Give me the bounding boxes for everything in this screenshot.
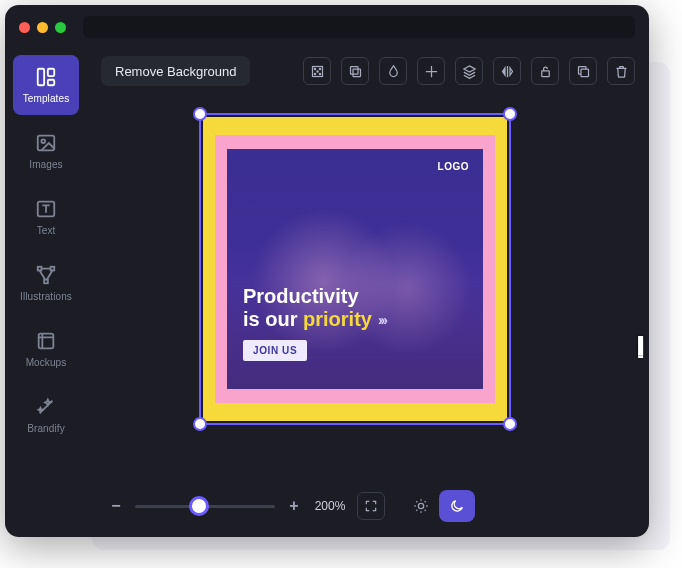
flip-h-icon <box>500 64 515 79</box>
svg-point-11 <box>314 68 315 69</box>
svg-rect-9 <box>39 334 54 349</box>
zoom-slider-knob[interactable] <box>189 496 209 516</box>
fullscreen-button[interactable] <box>357 492 385 520</box>
grab-cursor-icon: ╻╻╻╻╹╹╹╹ <box>631 331 649 363</box>
sidebar-item-illustrations[interactable]: Illustrations <box>13 253 79 313</box>
zoom-out-button[interactable]: − <box>107 497 125 515</box>
canvas[interactable]: LOGO Productivity is our priority››› JOI… <box>87 93 649 483</box>
top-toolbar: Remove Background <box>87 49 649 93</box>
svg-point-13 <box>314 73 315 74</box>
sidebar-label: Images <box>29 159 62 170</box>
layers-button[interactable] <box>455 57 483 85</box>
light-mode-button[interactable] <box>403 490 439 522</box>
sidebar-item-images[interactable]: Images <box>13 121 79 181</box>
zoom-slider[interactable] <box>135 497 275 515</box>
brandify-icon <box>35 396 57 418</box>
fill-icon <box>386 64 401 79</box>
remove-background-button[interactable]: Remove Background <box>101 56 250 86</box>
zoom-value: 200% <box>313 499 347 513</box>
flip-h-button[interactable] <box>493 57 521 85</box>
grid-icon <box>424 64 439 79</box>
svg-rect-2 <box>48 80 54 86</box>
templates-icon <box>35 66 57 88</box>
sidebar-item-text[interactable]: Text <box>13 187 79 247</box>
duplicate-icon <box>348 64 363 79</box>
zoom-in-button[interactable]: + <box>285 497 303 515</box>
grid-button[interactable] <box>417 57 445 85</box>
sidebar-item-mockups[interactable]: Mockups <box>13 319 79 379</box>
sidebar-label: Text <box>37 225 56 236</box>
footer-bar: − + 200% <box>87 483 649 537</box>
titlebar-strip <box>83 16 635 38</box>
svg-rect-6 <box>38 267 42 271</box>
svg-rect-17 <box>350 66 358 74</box>
dark-mode-button[interactable] <box>439 490 475 522</box>
sidebar-item-templates[interactable]: Templates <box>13 55 79 115</box>
fullscreen-icon <box>364 499 378 513</box>
fill-button[interactable] <box>379 57 407 85</box>
svg-rect-19 <box>581 69 589 77</box>
svg-rect-0 <box>38 69 44 86</box>
sidebar-label: Templates <box>23 93 69 104</box>
selection-handle-tr[interactable] <box>503 107 517 121</box>
mockups-icon <box>35 330 57 352</box>
cta-button: JOIN US <box>243 340 307 361</box>
arrows-icon: ››› <box>378 312 386 328</box>
window-minimize-dot[interactable] <box>37 22 48 33</box>
logo-text: LOGO <box>438 161 469 172</box>
sidebar-label: Brandify <box>27 423 65 434</box>
svg-rect-18 <box>541 70 549 76</box>
moon-icon <box>449 498 465 514</box>
lock-button[interactable] <box>531 57 559 85</box>
text-icon <box>35 198 57 220</box>
photo-layer: LOGO Productivity is our priority››› JOI… <box>227 149 483 389</box>
sun-icon <box>413 498 429 514</box>
svg-point-15 <box>316 70 317 71</box>
duplicate-button[interactable] <box>341 57 369 85</box>
distribute-button[interactable] <box>303 57 331 85</box>
svg-point-14 <box>319 73 320 74</box>
headline-text: Productivity is our priority››› <box>243 285 386 331</box>
sidebar-label: Mockups <box>26 357 67 368</box>
layers-icon <box>462 64 477 79</box>
selection-handle-tl[interactable] <box>193 107 207 121</box>
delete-icon <box>614 64 629 79</box>
window-zoom-dot[interactable] <box>55 22 66 33</box>
copy-icon <box>576 64 591 79</box>
illustrations-icon <box>35 264 57 286</box>
svg-point-20 <box>418 503 423 508</box>
artboard[interactable]: LOGO Productivity is our priority››› JOI… <box>203 117 507 421</box>
svg-rect-16 <box>353 69 361 77</box>
sidebar-item-brandify[interactable]: Brandify <box>13 385 79 445</box>
copy-button[interactable] <box>569 57 597 85</box>
svg-rect-8 <box>44 280 48 284</box>
svg-point-12 <box>319 68 320 69</box>
distribute-icon <box>310 64 325 79</box>
images-icon <box>35 132 57 154</box>
lock-icon <box>538 64 553 79</box>
svg-rect-3 <box>38 136 55 151</box>
window-titlebar <box>5 5 649 49</box>
delete-button[interactable] <box>607 57 635 85</box>
app-window: Templates Images Text Illustrations Mock… <box>5 5 649 537</box>
selection-handle-bl[interactable] <box>193 417 207 431</box>
selection-handle-br[interactable] <box>503 417 517 431</box>
sidebar: Templates Images Text Illustrations Mock… <box>5 49 87 537</box>
svg-rect-7 <box>51 267 55 271</box>
svg-rect-1 <box>48 69 54 76</box>
svg-point-4 <box>41 139 45 143</box>
sidebar-label: Illustrations <box>20 291 72 302</box>
window-close-dot[interactable] <box>19 22 30 33</box>
